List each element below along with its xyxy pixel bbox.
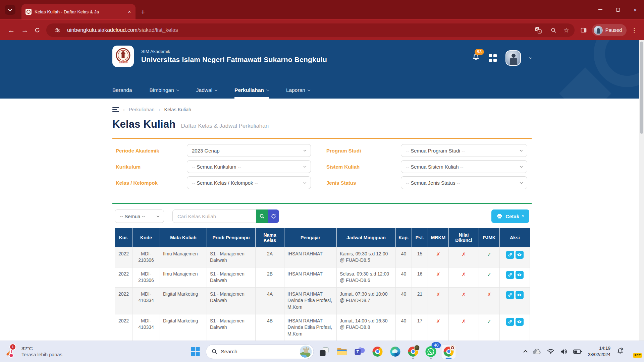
scrollbar-thumb[interactable] <box>640 42 643 134</box>
apps-grid-button[interactable] <box>489 54 497 62</box>
kurikulum-select[interactable]: -- Semua Kurikulum -- <box>187 160 311 173</box>
nilai-dikunci-status-icon: ✗ <box>462 272 466 277</box>
university-name: Universitas Islam Negeri Fatmawati Sukar… <box>141 56 327 64</box>
kelas-kelompok-select[interactable]: -- Semua Kelas / Kelompok -- <box>187 176 311 189</box>
browser-tab[interactable]: Kelas Kuliah - Daftar Kelas & Ja × <box>21 4 136 19</box>
forward-button[interactable]: → <box>18 26 32 34</box>
battery-icon[interactable] <box>573 349 582 354</box>
whatsapp-button[interactable]: 40 <box>424 344 438 359</box>
site-info-icon[interactable] <box>52 27 63 34</box>
browser-profile-chip[interactable]: Paused <box>592 24 627 36</box>
search-icon <box>259 214 265 219</box>
wifi-icon[interactable] <box>547 349 554 354</box>
filter-panel: Periode Akademik 2023 Genap Program Stud… <box>112 138 532 194</box>
bing-daily-image[interactable] <box>300 346 312 358</box>
program-studi-select[interactable]: -- Semua Program Studi -- <box>401 144 527 157</box>
link-action-button[interactable] <box>506 251 514 259</box>
weather-widget[interactable]: 1 32°C Terasa lebih panas <box>0 344 62 359</box>
mbkm-status-icon: ✗ <box>436 251 440 257</box>
category-select[interactable]: -- Semua -- <box>115 209 164 223</box>
clock-time: 14:19 <box>588 345 610 351</box>
decorative-circle <box>594 40 644 87</box>
nav-item-jadwal[interactable]: Jadwal <box>196 87 217 99</box>
search-button[interactable] <box>256 209 268 223</box>
url-bar[interactable]: uinbengkulu.siakadcloud.com/siakad/list_… <box>46 23 575 37</box>
table-header-row: Kur.KodeMata Kuliah Prodi PengampuNama K… <box>115 228 530 247</box>
class-table: Kur.KodeMata Kuliah Prodi PengampuNama K… <box>115 228 530 341</box>
profile-caret-icon[interactable] <box>529 56 532 59</box>
page-scrollbar[interactable] <box>639 40 644 341</box>
close-button[interactable]: × <box>627 0 644 19</box>
clock-date: 28/02/2024 <box>588 352 610 358</box>
user-avatar[interactable] <box>505 50 521 66</box>
notifications-button[interactable]: 93 <box>472 53 480 63</box>
filter-label-periode: Periode Akademik <box>116 148 187 154</box>
file-explorer-button[interactable] <box>335 344 350 359</box>
nav-item-laporan[interactable]: Laporan <box>286 87 310 99</box>
windows-start-icon <box>191 347 200 356</box>
whatsapp-badge: 40 <box>432 342 441 348</box>
tray-expand-icon[interactable] <box>524 350 528 354</box>
chevron-down-icon <box>522 214 524 217</box>
back-button[interactable]: ← <box>5 26 18 34</box>
teams-button[interactable]: T <box>353 344 367 359</box>
view-action-button[interactable] <box>516 291 524 299</box>
edge-icon <box>390 347 400 357</box>
table-row: 2022 MDI-210306 Ilmu Manajemen S1 - Mana… <box>115 267 530 287</box>
new-tab-button[interactable]: + <box>141 8 145 15</box>
link-icon <box>508 252 513 257</box>
maximize-button[interactable] <box>609 0 627 19</box>
eye-icon <box>517 293 522 297</box>
profile-photo-overlay <box>414 345 420 351</box>
edge-button[interactable] <box>388 344 403 359</box>
nav-item-bimbingan[interactable]: Bimbingan <box>150 87 179 99</box>
nav-item-perkuliahan[interactable]: Perkuliahan <box>234 87 269 99</box>
link-action-button[interactable] <box>506 291 514 299</box>
chrome-button[interactable] <box>370 344 385 359</box>
chevron-down-icon <box>8 7 12 11</box>
link-action-button[interactable] <box>506 271 514 279</box>
view-action-button[interactable] <box>516 318 524 326</box>
task-view-button[interactable] <box>317 344 332 359</box>
search-input[interactable] <box>172 209 256 223</box>
periode-akademik-select[interactable]: 2023 Genap <box>187 144 311 157</box>
refresh-button[interactable] <box>268 209 279 223</box>
reload-button[interactable] <box>32 27 43 34</box>
chrome-profile-button[interactable] <box>406 344 421 359</box>
notification-bell-dnd-icon[interactable]: zz <box>616 347 624 356</box>
class-list-panel: -- Semua -- Cetak <box>112 203 532 341</box>
onedrive-icon[interactable] <box>533 349 541 355</box>
translate-icon[interactable]: GA <box>533 26 544 34</box>
taskbar-clock[interactable]: 14:19 28/02/2024 <box>588 345 610 357</box>
start-button[interactable] <box>188 344 203 359</box>
maximize-icon <box>616 8 620 12</box>
browser-menu-icon[interactable]: ⋮ <box>629 26 639 34</box>
page-subtitle: Daftar Kelas & Jadwal Perkuliahan <box>181 123 269 129</box>
link-action-button[interactable] <box>506 318 514 326</box>
breadcrumb-perkuliahan[interactable]: Perkuliahan <box>129 107 155 112</box>
eye-icon <box>517 320 522 324</box>
search-lens-icon[interactable] <box>548 27 559 34</box>
copilot-button[interactable]: PRE <box>630 347 639 356</box>
menu-toggle-icon[interactable] <box>112 107 119 112</box>
url-text: uinbengkulu.siakadcloud.com/siakad/list_… <box>67 27 178 33</box>
tab-close-icon[interactable]: × <box>127 9 131 14</box>
nilai-dikunci-status-icon: ✗ <box>462 292 466 297</box>
print-button[interactable]: Cetak <box>491 209 529 223</box>
bookmark-star-icon[interactable]: ☆ <box>564 26 569 34</box>
sistem-kuliah-select[interactable]: -- Semua Sistem Kuliah -- <box>401 160 527 173</box>
taskbar-search[interactable]: Search <box>206 344 314 359</box>
minimize-button[interactable] <box>592 0 609 19</box>
chrome-active-button[interactable] <box>441 344 456 359</box>
window-controls: × <box>592 0 644 19</box>
side-panel-icon[interactable] <box>578 27 589 34</box>
nav-item-beranda[interactable]: Beranda <box>112 87 132 99</box>
view-action-button[interactable] <box>516 271 524 279</box>
filter-label-kelas-kelompok: Kelas / Kelompok <box>116 180 187 186</box>
volume-icon[interactable] <box>560 349 568 355</box>
table-row: 2022 MDI-410334 Digital Marketing S1 - M… <box>115 287 530 314</box>
tab-search-button[interactable] <box>5 5 15 15</box>
jenis-status-select[interactable]: -- Semua Jenis Status -- <box>401 176 527 189</box>
view-action-button[interactable] <box>516 251 524 259</box>
breadcrumb: › Perkuliahan › Kelas Kuliah <box>112 99 532 112</box>
